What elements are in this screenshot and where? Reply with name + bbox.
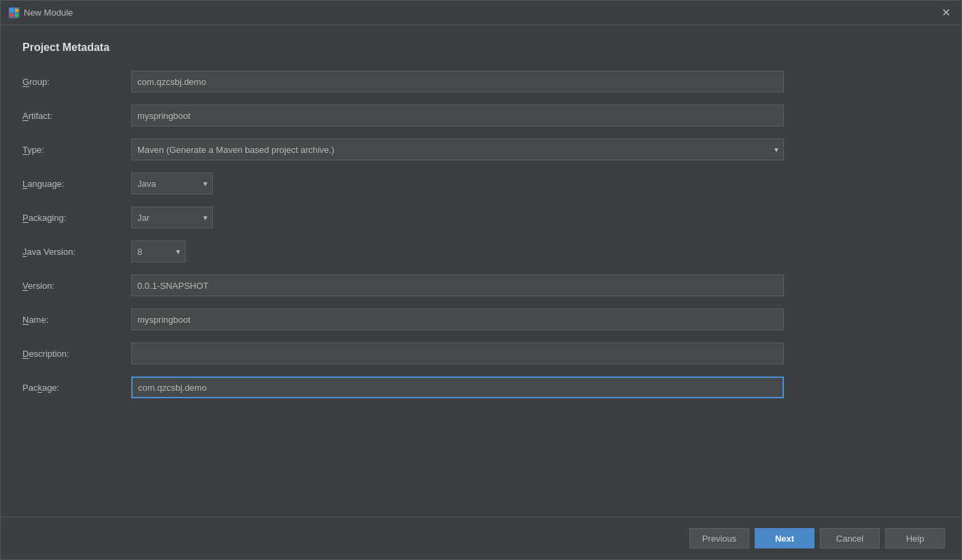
- cancel-button[interactable]: Cancel: [820, 528, 880, 548]
- description-control: [131, 343, 784, 364]
- app-icon: [9, 7, 20, 18]
- version-input[interactable]: [131, 275, 784, 296]
- next-button[interactable]: Next: [755, 528, 814, 548]
- title-bar-left: New Module: [9, 7, 73, 18]
- type-select-wrapper: Maven (Generate a Maven based project ar…: [131, 139, 784, 160]
- svg-rect-0: [10, 9, 14, 12]
- language-label: Language:: [22, 179, 131, 189]
- previous-button[interactable]: Previous: [689, 528, 749, 548]
- name-control: [131, 309, 784, 330]
- description-row: Description:: [22, 342, 940, 365]
- java-version-control: 8 11 17 21 ▼: [131, 241, 784, 262]
- java-version-select-wrapper: 8 11 17 21 ▼: [131, 241, 186, 262]
- packaging-control: Jar War ▼: [131, 207, 784, 228]
- package-row: Package:: [22, 376, 940, 399]
- group-row: Group:: [22, 70, 940, 93]
- java-version-select[interactable]: 8 11 17 21: [131, 241, 186, 262]
- title-bar: New Module ✕: [1, 1, 961, 25]
- name-label: Name:: [22, 315, 131, 325]
- packaging-select-wrapper: Jar War ▼: [131, 207, 213, 228]
- dialog-footer: Previous Next Cancel Help: [1, 517, 961, 559]
- svg-rect-2: [10, 14, 14, 17]
- group-control: [131, 71, 784, 92]
- package-input[interactable]: [131, 377, 784, 398]
- version-row: Version:: [22, 274, 940, 297]
- language-select-wrapper: Java Kotlin Groovy ▼: [131, 173, 213, 194]
- description-input[interactable]: [131, 343, 784, 364]
- svg-rect-3: [15, 14, 18, 17]
- package-label: Package:: [22, 383, 131, 393]
- java-version-label: Java Version:: [22, 247, 131, 257]
- package-control: [131, 377, 784, 398]
- packaging-label: Packaging:: [22, 213, 131, 223]
- type-row: Type: Maven (Generate a Maven based proj…: [22, 138, 940, 161]
- artifact-row: Artifact:: [22, 104, 940, 127]
- close-button[interactable]: ✕: [938, 5, 953, 20]
- artifact-label: Artifact:: [22, 111, 131, 121]
- group-input[interactable]: [131, 71, 784, 92]
- new-module-dialog: New Module ✕ Project Metadata Group: Art…: [0, 0, 962, 560]
- type-select[interactable]: Maven (Generate a Maven based project ar…: [131, 139, 784, 160]
- language-select[interactable]: Java Kotlin Groovy: [131, 173, 213, 194]
- name-row: Name:: [22, 308, 940, 331]
- group-label: Group:: [22, 77, 131, 87]
- dialog-content: Project Metadata Group: Artifact: Type:: [1, 25, 961, 517]
- svg-rect-1: [15, 9, 18, 12]
- packaging-select[interactable]: Jar War: [131, 207, 213, 228]
- packaging-row: Packaging: Jar War ▼: [22, 206, 940, 229]
- artifact-input[interactable]: [131, 105, 784, 126]
- version-label: Version:: [22, 281, 131, 291]
- type-label: Type:: [22, 145, 131, 155]
- help-button[interactable]: Help: [885, 528, 945, 548]
- artifact-control: [131, 105, 784, 126]
- section-title: Project Metadata: [22, 41, 940, 54]
- dialog-title: New Module: [24, 7, 73, 18]
- java-version-row: Java Version: 8 11 17 21 ▼: [22, 240, 940, 263]
- version-control: [131, 275, 784, 296]
- language-control: Java Kotlin Groovy ▼: [131, 173, 784, 194]
- language-row: Language: Java Kotlin Groovy ▼: [22, 172, 940, 195]
- name-input[interactable]: [131, 309, 784, 330]
- type-control: Maven (Generate a Maven based project ar…: [131, 139, 784, 160]
- description-label: Description:: [22, 349, 131, 359]
